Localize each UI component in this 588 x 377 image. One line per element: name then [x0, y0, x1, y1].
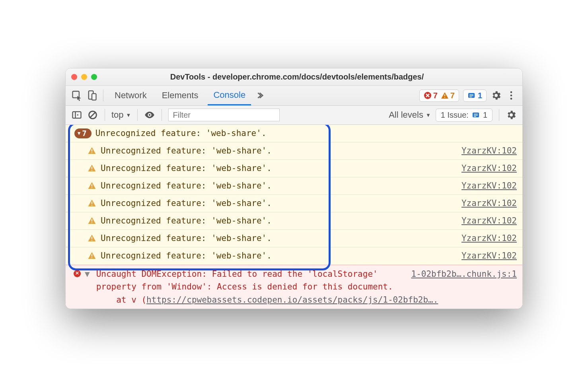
svg-rect-34	[92, 254, 92, 257]
error-source-link[interactable]: 1-02bfb2b….chunk.js:1	[411, 268, 517, 281]
triangle-down-icon: ▼	[78, 130, 80, 136]
console-warning-row[interactable]: Unrecognized feature: 'web-share'. Yzarz…	[66, 160, 522, 177]
svg-rect-35	[92, 257, 92, 258]
error-count: 7	[433, 91, 438, 100]
svg-rect-32	[92, 237, 92, 239]
source-link[interactable]: YzarzKV:102	[461, 233, 517, 243]
issues-count: 1	[478, 91, 482, 100]
tab-console[interactable]: Console	[208, 86, 251, 105]
context-selector[interactable]: top ▼	[111, 110, 131, 120]
svg-rect-20	[474, 115, 478, 116]
stack-prefix: at v (	[96, 295, 146, 305]
device-toggle-icon[interactable]	[86, 90, 97, 101]
live-expression-icon[interactable]	[144, 109, 155, 120]
titlebar: DevTools - developer.chrome.com/docs/dev…	[66, 68, 522, 86]
minimize-window-button[interactable]	[81, 74, 87, 80]
source-link[interactable]: YzarzKV:102	[461, 146, 517, 155]
source-link[interactable]: YzarzKV:102	[461, 181, 517, 190]
source-link[interactable]: YzarzKV:102	[461, 198, 517, 208]
console-warning-row[interactable]: Unrecognized feature: 'web-share'. Yzarz…	[66, 230, 522, 247]
chevron-down-icon: ▼	[126, 112, 131, 118]
issues-button-count: 1	[483, 111, 487, 120]
console-warning-row[interactable]: Unrecognized feature: 'web-share'. Yzarz…	[66, 177, 522, 195]
svg-rect-27	[92, 187, 92, 188]
console-sidebar-toggle-icon[interactable]	[71, 109, 82, 120]
svg-line-16	[90, 112, 95, 118]
svg-rect-29	[92, 205, 92, 206]
console-settings-icon[interactable]	[506, 109, 517, 120]
svg-point-11	[510, 95, 512, 97]
svg-rect-33	[92, 240, 92, 241]
console-warning-row[interactable]: Unrecognized feature: 'web-share'. Yzarz…	[66, 247, 522, 265]
more-tabs-icon[interactable]	[255, 90, 264, 101]
warning-icon	[88, 199, 96, 207]
warning-message: Unrecognized feature: 'web-share'.	[101, 146, 461, 155]
svg-rect-2	[92, 94, 96, 100]
close-window-button[interactable]	[71, 74, 77, 80]
svg-rect-23	[92, 152, 92, 153]
traffic-lights	[71, 74, 97, 80]
kebab-menu-icon[interactable]	[506, 90, 517, 101]
log-levels-selector[interactable]: All levels ▼	[389, 110, 431, 120]
filter-input[interactable]	[168, 109, 280, 121]
context-label: top	[111, 110, 124, 120]
svg-rect-28	[92, 202, 92, 204]
tab-network[interactable]: Network	[109, 86, 152, 105]
warning-message: Unrecognized feature: 'web-share'.	[101, 181, 461, 190]
error-message: Uncaught DOMException: Failed to read th…	[96, 269, 393, 292]
svg-point-17	[149, 114, 151, 116]
warning-icon	[88, 147, 96, 155]
svg-rect-22	[92, 149, 92, 152]
svg-rect-13	[73, 112, 81, 118]
warning-message: Unrecognized feature: 'web-share'.	[101, 216, 461, 225]
source-link[interactable]: YzarzKV:102	[461, 163, 517, 173]
svg-rect-4	[444, 94, 445, 96]
stack-link[interactable]: https://cpwebassets.codepen.io/assets/pa…	[146, 295, 438, 305]
warning-message: Unrecognized feature: 'web-share'.	[101, 198, 461, 208]
group-count: 7	[82, 129, 86, 138]
svg-point-12	[510, 98, 512, 100]
console-warning-row[interactable]: Unrecognized feature: 'web-share'. Yzarz…	[66, 142, 522, 160]
console-toolbar: top ▼ All levels ▼ 1 Issue: 1	[66, 106, 522, 125]
svg-point-10	[510, 91, 512, 93]
warning-count: 7	[450, 91, 455, 100]
warning-icon	[88, 234, 96, 242]
devtools-window: DevTools - developer.chrome.com/docs/dev…	[65, 68, 523, 309]
warning-message: Unrecognized feature: 'web-share'.	[101, 251, 461, 260]
svg-rect-25	[92, 170, 92, 171]
maximize-window-button[interactable]	[91, 74, 97, 80]
separator	[105, 109, 105, 121]
warning-icon	[88, 164, 96, 172]
tab-elements[interactable]: Elements	[156, 86, 204, 105]
warning-icon	[88, 182, 96, 190]
warning-message: Unrecognized feature: 'web-share'.	[101, 233, 461, 243]
console-warning-row[interactable]: Unrecognized feature: 'web-share'. Yzarz…	[66, 212, 522, 230]
svg-rect-26	[92, 184, 92, 187]
svg-rect-7	[469, 94, 473, 95]
error-icon	[74, 270, 81, 277]
triangle-down-icon[interactable]: ▼	[85, 268, 90, 281]
settings-icon[interactable]	[491, 90, 502, 101]
svg-rect-5	[444, 97, 445, 98]
source-link[interactable]: YzarzKV:102	[461, 216, 517, 225]
levels-label: All levels	[389, 110, 423, 120]
console-error-row[interactable]: ▼ 1-02bfb2b….chunk.js:1 Uncaught DOMExce…	[66, 265, 522, 309]
console-warning-row[interactable]: Unrecognized feature: 'web-share'. Yzarz…	[66, 195, 522, 212]
svg-rect-24	[92, 167, 92, 169]
inspect-element-icon[interactable]	[71, 90, 82, 101]
warning-message: Unrecognized feature: 'web-share'.	[101, 163, 461, 173]
clear-console-icon[interactable]	[87, 109, 98, 120]
svg-rect-9	[469, 97, 472, 97]
warning-icon	[88, 252, 96, 260]
separator	[499, 109, 499, 121]
issues-button[interactable]: 1 Issue: 1	[436, 109, 493, 122]
source-link[interactable]: YzarzKV:102	[461, 251, 517, 260]
warning-group-header[interactable]: ▼ 7 Unrecognized feature: 'web-share'.	[66, 125, 522, 142]
group-count-badge[interactable]: ▼ 7	[74, 128, 92, 138]
console-body: ▼ 7 Unrecognized feature: 'web-share'. U…	[66, 125, 522, 309]
error-warning-badge[interactable]: 7 7	[419, 89, 459, 102]
issues-badge[interactable]: 1	[463, 89, 487, 102]
svg-rect-31	[92, 222, 92, 223]
group-message: Unrecognized feature: 'web-share'.	[95, 128, 267, 138]
issues-button-prefix: 1 Issue:	[441, 111, 469, 120]
